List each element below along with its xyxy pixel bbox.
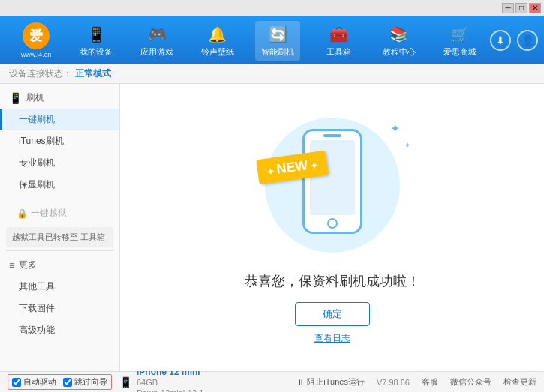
sidebar-divider-2 xyxy=(6,250,113,251)
content-area: NEW ✦ ✦ 恭喜您，保资料刷机成功啦！ 确定 查看日志 xyxy=(120,84,544,371)
more-label: 更多 xyxy=(19,259,37,271)
auto-connect-label: 自动驱动 xyxy=(23,376,56,388)
tutorials-label: 教程中心 xyxy=(383,46,416,58)
store-icon: 🛒 xyxy=(449,24,470,45)
skip-wizard-checkbox[interactable] xyxy=(63,378,72,387)
phone-speaker xyxy=(323,134,341,137)
phone-illustration: NEW ✦ ✦ xyxy=(250,110,415,260)
logo: 爱 www.i4.cn xyxy=(6,22,66,58)
nav-toolbox[interactable]: 🧰 工具箱 xyxy=(316,21,361,61)
wechat-button[interactable]: 微信公众号 xyxy=(450,376,491,388)
checkbox-group: 自动驱动 跳过向导 xyxy=(8,374,112,390)
sidebar: 📱 刷机 一键刷机 iTunes刷机 专业刷机 保显刷机 🔒 一键越狱 越狱工具… xyxy=(0,84,120,371)
sidebar-other-tools[interactable]: 其他工具 xyxy=(0,276,119,298)
nav-smart-flash[interactable]: 🔄 智能刷机 xyxy=(255,21,300,61)
my-device-icon: 📱 xyxy=(86,24,107,45)
smart-flash-label: 智能刷机 xyxy=(261,46,294,58)
sidebar-save-flash[interactable]: 保显刷机 xyxy=(0,174,119,196)
toolbox-label: 工具箱 xyxy=(326,46,351,58)
store-label: 爱思商城 xyxy=(443,46,476,58)
logo-website: www.i4.cn xyxy=(21,51,52,58)
customer-service-button[interactable]: 客服 xyxy=(422,376,438,388)
auto-connect-checkbox[interactable] xyxy=(12,378,21,387)
bottom-right: ⏸ 阻止iTunes运行 V7.98.66 客服 微信公众号 检查更新 xyxy=(296,376,536,388)
nav-my-device[interactable]: 📱 我的设备 xyxy=(74,21,119,61)
nav-ringtones[interactable]: 🔔 铃声壁纸 xyxy=(195,21,240,61)
nav-apps-games[interactable]: 🎮 应用游戏 xyxy=(134,21,179,61)
nav-right: ⬇ 👤 xyxy=(490,30,538,51)
check-update-button[interactable]: 检查更新 xyxy=(503,376,536,388)
apps-icon: 🎮 xyxy=(146,24,167,45)
smart-flash-icon: 🔄 xyxy=(267,24,288,45)
more-icon: ≡ xyxy=(9,260,14,271)
sparkle-icon-2: ✦ xyxy=(404,140,411,151)
phone-body xyxy=(302,129,362,234)
status-label: 设备连接状态： xyxy=(9,67,72,80)
confirm-button[interactable]: 确定 xyxy=(295,302,370,326)
restore-button[interactable]: □ xyxy=(515,3,527,13)
skip-wizard-checkbox-item[interactable]: 跳过向导 xyxy=(63,376,107,388)
lock-icon: 🔒 xyxy=(17,208,28,219)
device-firmware: Down-12mini-13,1 xyxy=(137,388,203,393)
download-button[interactable]: ⬇ xyxy=(490,30,511,51)
ringtones-label: 铃声壁纸 xyxy=(201,46,234,58)
status-value: 正常模式 xyxy=(75,67,111,80)
sidebar-one-click-flash[interactable]: 一键刷机 xyxy=(0,109,119,130)
logo-icon: 爱 xyxy=(23,22,50,49)
nav-items: 📱 我的设备 🎮 应用游戏 🔔 铃声壁纸 🔄 智能刷机 🧰 工具箱 📚 教程中心… xyxy=(66,21,490,61)
toolbox-icon: 🧰 xyxy=(328,24,349,45)
bottom-bar: 自动驱动 跳过向导 📱 iPhone 12 mini 64GB Down-12m… xyxy=(0,371,544,392)
sidebar-divider-1 xyxy=(6,199,113,199)
stop-itunes-label: 阻止iTunes运行 xyxy=(307,376,365,388)
skip-wizard-label: 跳过向导 xyxy=(74,376,107,388)
jailbreak-label: 一键越狱 xyxy=(31,207,67,220)
re-flash-link[interactable]: 查看日志 xyxy=(314,332,350,345)
device-storage: 64GB xyxy=(137,378,158,387)
jailbreak-note: 越狱工具已转移至 工具箱 xyxy=(6,227,113,247)
title-bar: ─ □ ✕ xyxy=(0,0,544,16)
sidebar-pro-flash[interactable]: 专业刷机 xyxy=(0,152,119,174)
jailbreak-section: 🔒 一键越狱 xyxy=(0,202,119,224)
header: 爱 www.i4.cn 📱 我的设备 🎮 应用游戏 🔔 铃声壁纸 🔄 智能刷机 … xyxy=(0,16,544,64)
device-icon: 📱 xyxy=(119,376,132,388)
my-device-label: 我的设备 xyxy=(80,46,113,58)
stop-itunes-icon: ⏸ xyxy=(296,378,305,387)
status-bar: 设备连接状态： 正常模式 xyxy=(0,64,544,84)
more-section-header: ≡ 更多 xyxy=(0,254,119,276)
auto-connect-checkbox-item[interactable]: 自动驱动 xyxy=(12,376,56,388)
apps-label: 应用游戏 xyxy=(140,46,173,58)
flash-section: 📱 刷机 一键刷机 iTunes刷机 专业刷机 保显刷机 xyxy=(0,87,119,196)
sidebar-download-firmware[interactable]: 下载固件 xyxy=(0,298,119,319)
minimize-button[interactable]: ─ xyxy=(502,3,514,13)
tutorials-icon: 📚 xyxy=(389,24,410,45)
account-button[interactable]: 👤 xyxy=(517,30,538,51)
nav-tutorials[interactable]: 📚 教程中心 xyxy=(377,21,422,61)
version-text: V7.98.66 xyxy=(377,378,410,387)
phone-home-button xyxy=(327,218,338,229)
sidebar-advanced[interactable]: 高级功能 xyxy=(0,319,119,341)
sidebar-itunes-flash[interactable]: iTunes刷机 xyxy=(0,130,119,152)
sparkle-icon-1: ✦ xyxy=(390,121,400,136)
main-area: 📱 刷机 一键刷机 iTunes刷机 专业刷机 保显刷机 🔒 一键越狱 越狱工具… xyxy=(0,84,544,371)
ringtones-icon: 🔔 xyxy=(207,24,228,45)
success-message: 恭喜您，保资料刷机成功啦！ xyxy=(245,272,420,290)
stop-itunes-button[interactable]: ⏸ 阻止iTunes运行 xyxy=(296,376,365,388)
flash-section-label: 刷机 xyxy=(26,91,44,104)
nav-store[interactable]: 🛒 爱思商城 xyxy=(437,21,482,61)
close-button[interactable]: ✕ xyxy=(529,3,541,13)
flash-section-header: 📱 刷机 xyxy=(0,87,119,109)
flash-section-icon: 📱 xyxy=(9,92,22,104)
